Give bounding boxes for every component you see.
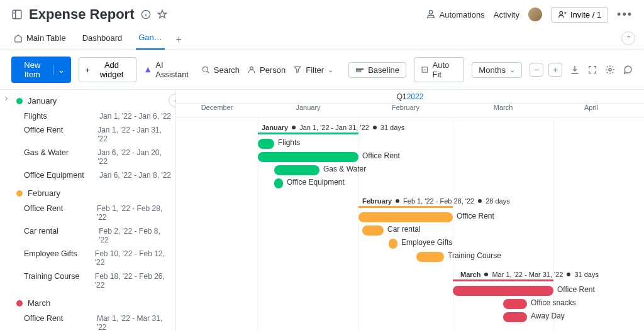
gantt-bar[interactable] bbox=[258, 152, 358, 162]
activity-button[interactable]: Activity bbox=[494, 10, 519, 19]
list-item[interactable]: Office RentFeb 1, '22 - Feb 28, '22 bbox=[13, 202, 175, 224]
filter-button[interactable]: Filter ⌄ bbox=[293, 65, 333, 75]
svg-point-8 bbox=[609, 68, 611, 71]
avatar[interactable] bbox=[528, 8, 542, 21]
activity-label: Activity bbox=[494, 10, 519, 19]
add-widget-button[interactable]: + Add widget bbox=[79, 57, 136, 82]
gantt-bar[interactable] bbox=[274, 178, 283, 188]
gear-icon[interactable] bbox=[605, 65, 615, 75]
quarter-header: Q1 2022 bbox=[176, 90, 644, 104]
group-header-march[interactable]: March bbox=[13, 292, 175, 312]
group-dot bbox=[16, 190, 23, 197]
list-item[interactable]: Training CourseFeb 18, '22 - Feb 26, '22 bbox=[13, 269, 175, 292]
zoom-in-button[interactable]: + bbox=[548, 63, 562, 77]
group-bar bbox=[453, 279, 553, 281]
download-icon[interactable] bbox=[570, 65, 580, 75]
svg-point-4 bbox=[250, 67, 253, 70]
expand-sidebar-icon[interactable] bbox=[3, 95, 10, 102]
plus-icon: + bbox=[86, 65, 91, 75]
month-header: December January February March April bbox=[176, 104, 644, 117]
search-label: Search bbox=[214, 65, 240, 75]
ai-assistant-button[interactable]: AI Assistant bbox=[144, 60, 194, 79]
list-item[interactable]: Office RentMar 1, '22 - Mar 31, '22 bbox=[13, 312, 175, 331]
group-header-january[interactable]: January bbox=[13, 90, 175, 109]
search-button[interactable]: Search bbox=[201, 65, 240, 75]
ai-label: AI Assistant bbox=[155, 60, 194, 79]
group-name: March bbox=[28, 298, 50, 308]
group-summary-february: FebruaryFeb 1, '22 - Feb 28, '2228 days bbox=[362, 197, 510, 205]
invite-button[interactable]: Invite / 1 bbox=[551, 7, 608, 23]
list-pane: ‹ January FlightsJan 1, '22 - Jan 6, '22… bbox=[13, 90, 176, 331]
scale-select[interactable]: Months ⌄ bbox=[472, 62, 522, 78]
list-item[interactable]: Car rentalFeb 2, '22 - Feb 8, '22 bbox=[13, 224, 175, 247]
gantt-bar[interactable] bbox=[453, 286, 553, 296]
add-widget-label: Add widget bbox=[94, 60, 130, 79]
invite-label: Invite / 1 bbox=[570, 10, 601, 19]
group-bar bbox=[358, 206, 453, 208]
fullscreen-icon[interactable] bbox=[587, 65, 597, 75]
zoom-out-button[interactable]: − bbox=[530, 63, 543, 77]
new-item-button[interactable]: New Item ⌄ bbox=[11, 57, 71, 83]
baseline-label: Baseline bbox=[368, 65, 399, 75]
gantt-bar[interactable] bbox=[358, 212, 453, 222]
list-item[interactable]: Employee GiftsFeb 10, '22 - Feb 12, '22 bbox=[13, 247, 175, 269]
gantt-bar[interactable] bbox=[503, 312, 527, 322]
svg-point-3 bbox=[203, 67, 208, 72]
gantt-bar[interactable] bbox=[503, 299, 527, 309]
person-label: Person bbox=[260, 65, 286, 75]
page-title: Expense Report bbox=[29, 6, 135, 23]
svg-rect-0 bbox=[13, 10, 21, 19]
timeline-pane[interactable]: Q1 2022 December January February March … bbox=[176, 90, 644, 331]
list-item[interactable]: Gas & WaterJan 6, '22 - Jan 20, '22 bbox=[13, 146, 175, 168]
group-name: January bbox=[28, 96, 57, 106]
tab-gantt[interactable]: Gan… bbox=[136, 29, 165, 50]
collapse-header-button[interactable]: ⌃ bbox=[621, 31, 635, 45]
person-filter-button[interactable]: Person bbox=[247, 65, 286, 75]
board-icon bbox=[11, 9, 23, 20]
tab-label: Main Table bbox=[26, 33, 66, 43]
scale-label: Months bbox=[479, 65, 506, 75]
filter-label: Filter bbox=[306, 65, 324, 75]
list-item[interactable]: Office EquipmentJan 6, '22 - Jan 8, '22 bbox=[13, 168, 175, 182]
group-bar bbox=[258, 133, 358, 134]
automations-label: Automations bbox=[440, 10, 485, 19]
group-dot bbox=[16, 98, 23, 104]
gantt-bar[interactable] bbox=[416, 252, 444, 262]
add-tab-button[interactable]: + bbox=[176, 34, 182, 45]
star-icon[interactable] bbox=[157, 9, 167, 19]
group-dot bbox=[16, 300, 23, 307]
group-summary-january: JanuaryJan 1, '22 - Jan 31, '2231 days bbox=[262, 124, 404, 131]
chevron-down-icon: ⌄ bbox=[328, 66, 333, 74]
info-icon[interactable] bbox=[141, 9, 151, 19]
svg-rect-5 bbox=[357, 68, 364, 70]
group-header-february[interactable]: February bbox=[13, 182, 175, 202]
svg-point-2 bbox=[560, 11, 563, 14]
list-item[interactable]: Office RentJan 1, '22 - Jan 31, '22 bbox=[13, 123, 175, 146]
baseline-button[interactable]: Baseline bbox=[348, 62, 406, 78]
tab-main-table[interactable]: Main Table bbox=[11, 30, 69, 49]
autofit-label: Auto Fit bbox=[432, 60, 457, 79]
gantt-bar[interactable] bbox=[362, 225, 384, 236]
autofit-button[interactable]: Auto Fit bbox=[414, 57, 464, 82]
more-icon[interactable]: ••• bbox=[617, 8, 633, 21]
comment-icon[interactable] bbox=[623, 65, 633, 75]
tab-label: Dashboard bbox=[82, 33, 123, 43]
gantt-bar[interactable] bbox=[389, 239, 397, 249]
svg-rect-6 bbox=[357, 70, 361, 72]
chevron-down-icon[interactable]: ⌄ bbox=[53, 65, 65, 75]
list-item[interactable]: FlightsJan 1, '22 - Jan 6, '22 bbox=[13, 109, 175, 123]
gantt-bar[interactable] bbox=[274, 165, 319, 175]
chevron-down-icon: ⌄ bbox=[509, 66, 515, 74]
group-name: February bbox=[28, 188, 60, 198]
group-summary-march: MarchMar 1, '22 - Mar 31, '2231 days bbox=[460, 271, 599, 278]
new-item-label: New Item bbox=[18, 60, 47, 79]
automations-button[interactable]: Automations bbox=[426, 9, 485, 19]
gantt-bar[interactable] bbox=[258, 139, 274, 149]
tab-label: Gan… bbox=[138, 33, 162, 42]
tab-dashboard[interactable]: Dashboard bbox=[80, 30, 125, 49]
